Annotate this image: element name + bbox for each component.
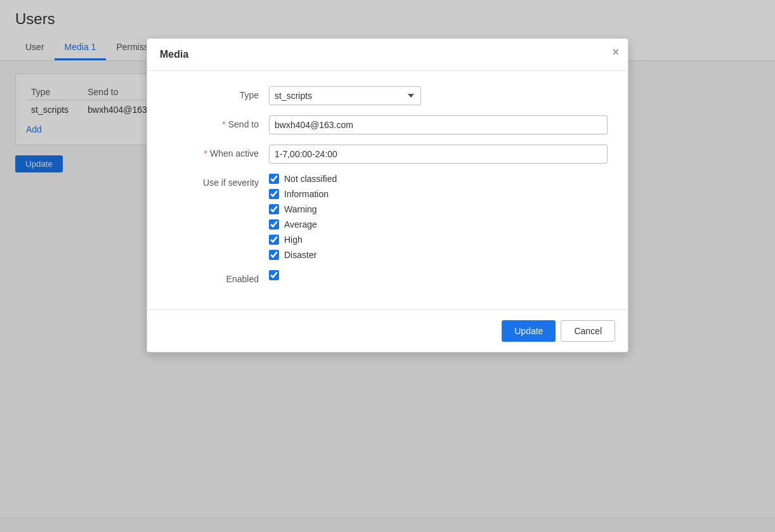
whenactive-required: * (204, 148, 207, 159)
severity-label-warning[interactable]: Warning (284, 204, 317, 214)
sendto-input[interactable] (269, 115, 608, 134)
dialog-header: Media × (147, 39, 628, 71)
media-dialog: Media × Type st_scripts Email SMS *Send … (147, 38, 628, 353)
enabled-checkbox[interactable] (269, 270, 279, 280)
severity-checkbox-average[interactable] (269, 219, 279, 230)
severity-label: Use if severity (167, 174, 269, 188)
severity-label-disaster[interactable]: Disaster (284, 250, 316, 260)
severity-item-information: Information (269, 189, 337, 199)
type-row: Type st_scripts Email SMS (167, 86, 608, 105)
severity-label-information[interactable]: Information (284, 189, 329, 199)
severity-checkbox-not-classified[interactable] (269, 174, 279, 184)
whenactive-input[interactable] (269, 145, 608, 164)
severity-checkbox-disaster[interactable] (269, 250, 279, 260)
sendto-row: *Send to (167, 115, 608, 134)
dialog-footer: Update Cancel (147, 309, 628, 352)
dialog-update-button[interactable]: Update (502, 320, 556, 342)
dialog-cancel-button[interactable]: Cancel (561, 320, 615, 342)
enabled-label: Enabled (167, 270, 269, 284)
severity-item-high: High (269, 235, 337, 245)
modal-overlay: Media × Type st_scripts Email SMS *Send … (0, 0, 775, 517)
severity-checkboxes: Not classified Information Warning Avera… (269, 174, 337, 260)
whenactive-row: *When active (167, 145, 608, 164)
severity-checkbox-warning[interactable] (269, 204, 279, 214)
severity-row: Use if severity Not classified Informati… (167, 174, 608, 260)
severity-item-average: Average (269, 219, 337, 230)
severity-item-disaster: Disaster (269, 250, 337, 260)
severity-label-high[interactable]: High (284, 235, 303, 245)
severity-label-not-classified[interactable]: Not classified (284, 174, 337, 184)
type-select[interactable]: st_scripts Email SMS (269, 86, 421, 105)
dialog-body: Type st_scripts Email SMS *Send to *When… (147, 71, 628, 309)
close-icon[interactable]: × (612, 46, 619, 58)
dialog-title: Media (160, 49, 188, 60)
type-label: Type (167, 86, 269, 100)
severity-item-warning: Warning (269, 204, 337, 214)
whenactive-label: *When active (167, 145, 269, 159)
sendto-label: *Send to (167, 115, 269, 129)
enabled-checkbox-item (269, 270, 279, 280)
enabled-row: Enabled (167, 270, 608, 284)
severity-label-average[interactable]: Average (284, 219, 317, 230)
severity-checkbox-information[interactable] (269, 189, 279, 199)
severity-checkbox-high[interactable] (269, 235, 279, 245)
sendto-required: * (222, 119, 225, 129)
severity-item-not-classified: Not classified (269, 174, 337, 184)
